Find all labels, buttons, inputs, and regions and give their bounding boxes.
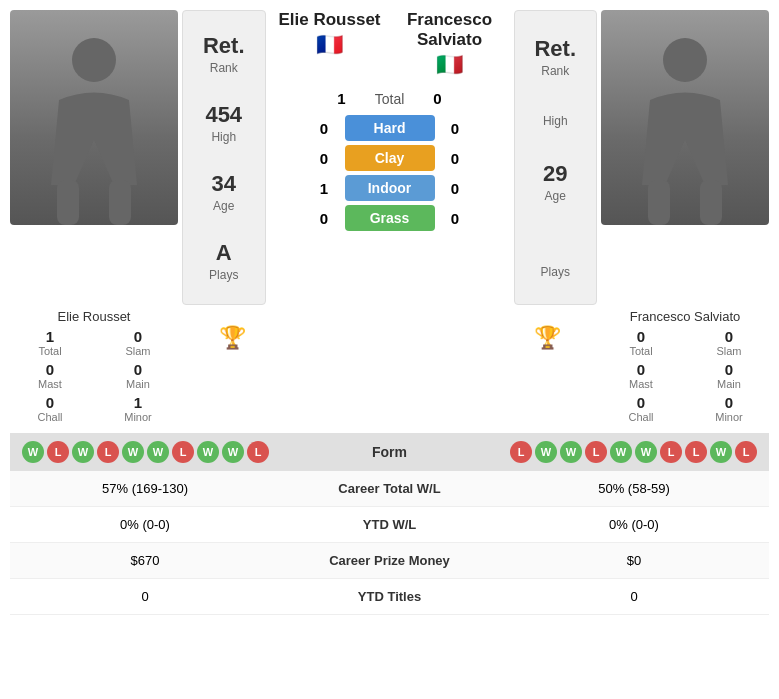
p1-total-block: 1 Total	[10, 328, 90, 357]
p1-chall-block: 0 Chall	[10, 394, 90, 423]
player1-trophy-icon: 🏆	[219, 325, 246, 351]
p2-total-val: 0	[601, 328, 681, 345]
player1-high-label: High	[205, 130, 242, 144]
indoor-row: 1 Indoor 0	[270, 175, 510, 201]
form-badge-l: L	[685, 441, 707, 463]
player2-bottom-name: Francesco Salviato	[601, 309, 769, 324]
player1-age-value: 34	[212, 171, 236, 197]
player1-trophy-area: 🏆	[182, 305, 282, 351]
player1-age-label: Age	[212, 199, 236, 213]
form-badge-l: L	[97, 441, 119, 463]
career-wl-label: Career Total W/L	[280, 481, 499, 496]
form-badge-l: L	[585, 441, 607, 463]
grass-p1-score: 0	[312, 210, 337, 227]
form-badge-w: W	[147, 441, 169, 463]
player1-age-block: 34 Age	[212, 171, 236, 213]
p1-total-lbl: Total	[10, 345, 90, 357]
p2-total-block: 0 Total	[601, 328, 681, 357]
p2-prize: $0	[499, 553, 769, 568]
p2-main-block: 0 Main	[689, 361, 769, 390]
form-badge-w: W	[122, 441, 144, 463]
player1-name: Elie Rousset	[270, 10, 390, 30]
player2-stats-grid: 0 Total 0 Slam 0 Mast 0 Main 0 Chall	[601, 328, 769, 423]
player2-age-value: 29	[543, 161, 567, 187]
grass-button[interactable]: Grass	[345, 205, 435, 231]
career-wl-row: 57% (169-130) Career Total W/L 50% (58-5…	[10, 471, 769, 507]
player1-plays-label: Plays	[209, 268, 238, 282]
form-badge-w: W	[22, 441, 44, 463]
p1-career-wl: 57% (169-130)	[10, 481, 280, 496]
player1-stats-grid: 1 Total 0 Slam 0 Mast 0 Main 0 Chall	[10, 328, 178, 423]
p1-minor-block: 1 Minor	[98, 394, 178, 423]
p2-ytd-titles: 0	[499, 589, 769, 604]
p1-ytd-wl: 0% (0-0)	[10, 517, 280, 532]
p1-main-block: 0 Main	[98, 361, 178, 390]
player2-trophy-icon: 🏆	[534, 325, 561, 351]
p2-main-val: 0	[689, 361, 769, 378]
player2-high-block: High	[543, 112, 568, 128]
form-badge-w: W	[710, 441, 732, 463]
form-badge-w: W	[222, 441, 244, 463]
total-score-row: 1 Total 0	[270, 86, 510, 115]
player1-bottom-name: Elie Rousset	[10, 309, 178, 324]
clay-row: 0 Clay 0	[270, 145, 510, 171]
hard-p2-score: 0	[443, 120, 468, 137]
p2-main-lbl: Main	[689, 378, 769, 390]
prize-label: Career Prize Money	[280, 553, 499, 568]
player2-trophy-area: 🏆	[497, 305, 597, 351]
clay-p2-score: 0	[443, 150, 468, 167]
bottom-players-row: Elie Rousset 1 Total 0 Slam 0 Mast 0 Mai…	[0, 305, 779, 423]
p2-minor-block: 0 Minor	[689, 394, 769, 423]
player2-rank-value: Ret.	[534, 36, 576, 62]
p2-mast-lbl: Mast	[601, 378, 681, 390]
svg-rect-1	[57, 180, 79, 225]
grass-row: 0 Grass 0	[270, 205, 510, 231]
names-row: Elie Rousset 🇫🇷 Francesco Salviato 🇮🇹	[270, 10, 510, 78]
player1-rank-label: Rank	[203, 61, 245, 75]
svg-rect-2	[109, 180, 131, 225]
player1-name-block: Elie Rousset 🇫🇷	[270, 10, 390, 58]
total-p1-score: 1	[329, 90, 354, 107]
player2-plays-label: Plays	[541, 265, 570, 279]
clay-button[interactable]: Clay	[345, 145, 435, 171]
player2-form-badges: LWWLWWLLWL	[510, 441, 757, 463]
main-container: Ret. Rank 454 High 34 Age A Plays Elie R…	[0, 0, 779, 615]
player1-rank-block: Ret. Rank	[203, 33, 245, 75]
player2-flag: 🇮🇹	[390, 52, 510, 78]
form-badge-w: W	[635, 441, 657, 463]
indoor-button[interactable]: Indoor	[345, 175, 435, 201]
p2-mast-block: 0 Mast	[601, 361, 681, 390]
player2-high-label: High	[543, 114, 568, 128]
player2-photo	[601, 10, 769, 225]
p2-total-lbl: Total	[601, 345, 681, 357]
player2-name: Francesco Salviato	[390, 10, 510, 50]
form-badge-l: L	[660, 441, 682, 463]
form-badge-l: L	[247, 441, 269, 463]
p2-slam-lbl: Slam	[689, 345, 769, 357]
prize-row: $670 Career Prize Money $0	[10, 543, 769, 579]
player1-high-block: 454 High	[205, 102, 242, 144]
p2-slam-val: 0	[689, 328, 769, 345]
form-badge-l: L	[735, 441, 757, 463]
court-rows: 0 Hard 0 0 Clay 0 1 Indoor 0	[270, 115, 510, 231]
p1-slam-val: 0	[98, 328, 178, 345]
ytd-titles-label: YTD Titles	[280, 589, 499, 604]
p1-main-lbl: Main	[98, 378, 178, 390]
player1-form-badges: WLWLWWLWWL	[22, 441, 269, 463]
p1-chall-lbl: Chall	[10, 411, 90, 423]
p1-ytd-titles: 0	[10, 589, 280, 604]
ytd-wl-label: YTD W/L	[280, 517, 499, 532]
form-badge-w: W	[535, 441, 557, 463]
svg-point-0	[72, 38, 116, 82]
hard-row: 0 Hard 0	[270, 115, 510, 141]
ytd-titles-row: 0 YTD Titles 0	[10, 579, 769, 615]
player1-high-value: 454	[205, 102, 242, 128]
player2-stats-card: Ret. Rank High 29 Age - Plays	[514, 10, 598, 305]
stats-table: 57% (169-130) Career Total W/L 50% (58-5…	[0, 471, 779, 615]
form-badge-w: W	[197, 441, 219, 463]
p1-mast-block: 0 Mast	[10, 361, 90, 390]
hard-button[interactable]: Hard	[345, 115, 435, 141]
p2-chall-val: 0	[601, 394, 681, 411]
player1-photo	[10, 10, 178, 225]
player2-photo-col	[601, 10, 769, 225]
